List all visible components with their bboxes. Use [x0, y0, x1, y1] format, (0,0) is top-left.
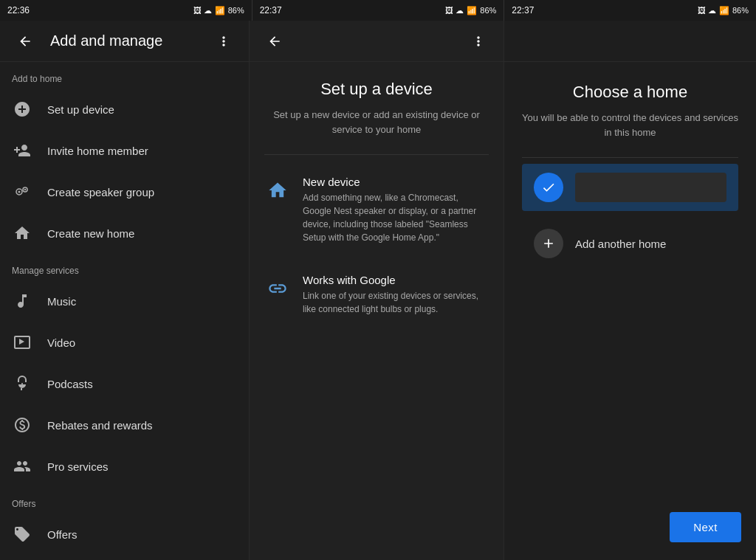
main-content: Add and manage Add to home Set up device…	[0, 21, 756, 560]
middle-panel-title: Set up a device	[264, 80, 489, 99]
sidebar-label-music: Music	[47, 295, 76, 308]
battery-middle: 86%	[480, 6, 496, 15]
sidebar-label-video: Video	[47, 336, 75, 349]
home-item-add-another[interactable]: Add another home	[522, 220, 738, 267]
section-add-to-home: Add to home	[0, 62, 249, 89]
works-with-google-option[interactable]: Works with Google Link one of your exist…	[264, 265, 489, 325]
new-device-icon	[264, 177, 291, 204]
status-bar-left: 22:36 🖼 ☁ 📶 86%	[0, 0, 252, 21]
right-panel: Choose a home You will be able to contro…	[504, 21, 756, 560]
sidebar-label-invite-home-member: Invite home member	[47, 145, 148, 157]
icons-right: 🖼 ☁ 📶 86%	[698, 6, 749, 15]
status-bar-right: 22:37 🖼 ☁ 📶 86%	[504, 0, 756, 21]
home-icon	[12, 223, 32, 243]
right-divider	[522, 157, 738, 158]
middle-body: Set up a device Set up a new device or a…	[250, 62, 504, 560]
video-icon	[12, 332, 32, 353]
icons-left: 🖼 ☁ 📶 86%	[193, 6, 244, 15]
home-name-input	[575, 173, 726, 202]
middle-more-options-button[interactable]	[465, 28, 492, 55]
add-another-home-label: Add another home	[575, 238, 666, 250]
sidebar-label-pro-services: Pro services	[47, 460, 109, 473]
sidebar-label-podcasts: Podcasts	[47, 378, 93, 390]
home-item-selected[interactable]	[522, 164, 738, 211]
middle-divider	[264, 154, 489, 155]
svg-point-1	[18, 191, 21, 193]
new-device-title: New device	[303, 176, 489, 188]
sidebar-item-invite-home-member[interactable]: Invite home member	[0, 130, 249, 171]
sidebar-item-set-up-device[interactable]: Set up device	[0, 89, 249, 130]
sidebar-label-create-speaker-group: Create speaker group	[47, 186, 154, 198]
middle-header	[250, 21, 504, 62]
sidebar-label-create-new-home: Create new home	[47, 227, 134, 240]
middle-panel: Set up a device Set up a new device or a…	[250, 21, 504, 560]
sidebar-label-set-up-device: Set up device	[47, 103, 114, 116]
plus-circle-icon	[534, 229, 563, 258]
music-icon	[12, 291, 32, 311]
right-body: Choose a home You will be able to contro…	[504, 62, 756, 560]
sidebar-item-music[interactable]: Music	[0, 280, 249, 322]
left-header: Add and manage	[0, 21, 249, 62]
sidebar-item-video[interactable]: Video	[0, 322, 249, 363]
plus-circle-icon	[12, 99, 32, 120]
more-options-button[interactable]	[210, 28, 237, 55]
sidebar-item-pro-services[interactable]: Pro services	[0, 446, 249, 487]
wifi-icon-middle: 📶	[467, 6, 477, 15]
battery-left: 86%	[228, 6, 244, 15]
sidebar-label-rebates-rewards: Rebates and rewards	[47, 419, 153, 432]
svg-point-3	[24, 189, 26, 190]
new-device-option[interactable]: New device Add something new, like a Chr…	[264, 167, 489, 253]
sidebar-item-offers[interactable]: Offers	[0, 514, 249, 555]
next-button[interactable]: Next	[670, 512, 741, 542]
wifi-icon-right: 📶	[719, 6, 729, 15]
middle-panel-subtitle: Set up a new device or add an existing d…	[264, 108, 489, 136]
works-with-google-text: Works with Google Link one of your exist…	[303, 274, 489, 316]
section-offers: Offers	[0, 487, 249, 514]
tag-icon	[12, 524, 32, 545]
battery-right: 86%	[732, 6, 749, 15]
works-with-google-desc: Link one of your existing devices or ser…	[303, 289, 489, 316]
sidebar-label-offers: Offers	[47, 528, 78, 541]
left-panel-title: Add and manage	[50, 32, 199, 49]
status-bars: 22:36 🖼 ☁ 📶 86% 22:37 🖼 ☁ 📶 86% 22:37 🖼 …	[0, 0, 756, 21]
new-device-desc: Add something new, like a Chromecast, Go…	[303, 191, 489, 244]
rebates-icon	[12, 415, 32, 435]
check-circle-icon	[534, 173, 563, 202]
time-right: 22:37	[512, 5, 534, 15]
middle-back-button[interactable]	[261, 28, 288, 55]
works-with-google-title: Works with Google	[303, 274, 489, 286]
right-panel-title: Choose a home	[522, 83, 738, 102]
right-header	[504, 21, 756, 62]
time-left: 22:36	[7, 5, 30, 15]
left-panel: Add and manage Add to home Set up device…	[0, 21, 250, 560]
works-with-google-icon	[264, 275, 291, 302]
back-button[interactable]	[12, 28, 38, 55]
time-middle: 22:37	[260, 5, 282, 15]
pro-icon	[12, 456, 32, 477]
icons-middle: 🖼 ☁ 📶 86%	[445, 6, 496, 15]
person-add-icon	[12, 140, 32, 161]
speaker-group-icon	[12, 182, 32, 202]
status-bar-middle: 22:37 🖼 ☁ 📶 86%	[252, 0, 504, 21]
sidebar-item-podcasts[interactable]: Podcasts	[0, 363, 249, 404]
sidebar-item-create-new-home[interactable]: Create new home	[0, 212, 249, 254]
right-panel-subtitle: You will be able to control the devices …	[522, 111, 738, 139]
sidebar-item-create-speaker-group[interactable]: Create speaker group	[0, 171, 249, 212]
new-device-text: New device Add something new, like a Chr…	[303, 176, 489, 244]
wifi-icon-left: 📶	[215, 6, 225, 15]
sidebar-item-rebates-rewards[interactable]: Rebates and rewards	[0, 404, 249, 446]
section-manage-services: Manage services	[0, 254, 249, 280]
podcast-icon	[12, 373, 32, 394]
